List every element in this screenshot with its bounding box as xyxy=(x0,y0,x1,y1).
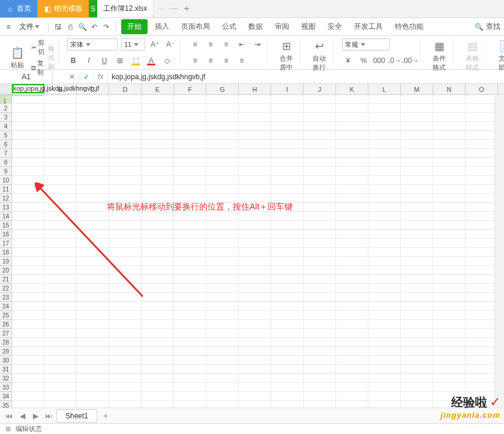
cell[interactable] xyxy=(206,329,239,337)
preview-icon[interactable]: 🔍 xyxy=(77,22,87,32)
cell[interactable] xyxy=(109,392,142,400)
cell[interactable] xyxy=(44,257,77,265)
cell[interactable] xyxy=(174,248,206,256)
cell[interactable] xyxy=(466,194,498,202)
cell[interactable] xyxy=(239,122,271,130)
tab-review[interactable]: 审阅 xyxy=(270,19,294,34)
cell[interactable] xyxy=(174,95,206,103)
cell[interactable] xyxy=(44,104,77,112)
cell[interactable] xyxy=(44,122,77,130)
cell[interactable] xyxy=(77,356,109,364)
cell[interactable] xyxy=(44,311,77,319)
cell[interactable] xyxy=(77,122,109,130)
cell[interactable] xyxy=(239,293,271,301)
cell[interactable] xyxy=(44,194,77,202)
cell[interactable] xyxy=(206,221,239,229)
cell[interactable] xyxy=(271,338,304,346)
cell[interactable] xyxy=(433,167,466,175)
cell[interactable] xyxy=(44,320,77,328)
column-header[interactable]: D xyxy=(109,84,142,94)
cell[interactable] xyxy=(44,95,77,103)
cell[interactable] xyxy=(401,320,433,328)
cell[interactable] xyxy=(206,311,239,319)
cell[interactable] xyxy=(368,311,401,319)
cell[interactable] xyxy=(44,167,77,175)
cell[interactable] xyxy=(206,338,239,346)
redo-icon[interactable]: ↷ xyxy=(101,22,111,32)
row-header[interactable]: 6 xyxy=(0,140,12,149)
cell[interactable] xyxy=(271,275,304,283)
cell[interactable] xyxy=(142,95,174,103)
cell[interactable] xyxy=(271,266,304,274)
cell[interactable] xyxy=(12,383,44,391)
cell[interactable] xyxy=(304,275,336,283)
cell[interactable] xyxy=(142,149,174,157)
cell[interactable] xyxy=(77,239,109,247)
cell[interactable] xyxy=(174,284,206,292)
cell[interactable] xyxy=(206,392,239,400)
cell[interactable] xyxy=(433,356,466,364)
select-all-corner[interactable] xyxy=(0,84,12,94)
cell[interactable] xyxy=(77,95,109,103)
cell[interactable] xyxy=(77,293,109,301)
cell[interactable] xyxy=(12,365,44,373)
cell[interactable] xyxy=(44,203,77,211)
cell[interactable] xyxy=(466,275,498,283)
sheet-nav-next[interactable]: ▶ xyxy=(30,412,41,420)
cell[interactable] xyxy=(239,257,271,265)
spreadsheet-grid[interactable]: ABCDEFGHIJKLMNO 123456789101112131415161… xyxy=(0,84,504,419)
row-header[interactable]: 33 xyxy=(0,383,12,392)
cell[interactable] xyxy=(336,194,368,202)
cell[interactable] xyxy=(12,239,44,247)
cell[interactable] xyxy=(142,320,174,328)
cell[interactable] xyxy=(336,122,368,130)
font-name-select[interactable]: 宋体 xyxy=(67,38,118,50)
cell[interactable] xyxy=(44,293,77,301)
align-left-button[interactable]: ≡ xyxy=(189,55,201,67)
cell[interactable] xyxy=(304,158,336,166)
cell[interactable] xyxy=(401,221,433,229)
row-header[interactable]: 25 xyxy=(0,311,12,320)
cell[interactable] xyxy=(77,302,109,310)
column-header[interactable]: K xyxy=(336,84,368,94)
cell[interactable] xyxy=(271,311,304,319)
cell[interactable] xyxy=(271,293,304,301)
cell[interactable] xyxy=(271,194,304,202)
row-header[interactable]: 28 xyxy=(0,338,12,347)
cell[interactable] xyxy=(12,212,44,220)
cell[interactable] xyxy=(271,356,304,364)
cell[interactable] xyxy=(401,176,433,184)
tab-home[interactable]: ⌂ 首页 xyxy=(0,0,37,17)
cell[interactable] xyxy=(304,185,336,193)
cell[interactable] xyxy=(12,302,44,310)
cell[interactable] xyxy=(304,356,336,364)
cell[interactable] xyxy=(239,158,271,166)
cell[interactable] xyxy=(466,284,498,292)
cell[interactable] xyxy=(12,347,44,355)
cell[interactable] xyxy=(77,230,109,238)
bold-button[interactable]: B xyxy=(67,55,79,67)
cell[interactable] xyxy=(109,365,142,373)
cell[interactable] xyxy=(77,338,109,346)
cell[interactable] xyxy=(239,374,271,382)
cell[interactable] xyxy=(433,212,466,220)
cell[interactable] xyxy=(12,221,44,229)
font-color-button[interactable]: A xyxy=(145,55,157,67)
cell[interactable] xyxy=(304,311,336,319)
row-header[interactable]: 23 xyxy=(0,293,12,302)
cell[interactable] xyxy=(206,347,239,355)
cell[interactable] xyxy=(433,338,466,346)
cell[interactable] xyxy=(12,320,44,328)
increase-font-button[interactable]: A⁺ xyxy=(149,38,161,50)
table-style-button[interactable]: ▤ 表格样式 xyxy=(462,38,482,73)
cell[interactable] xyxy=(368,176,401,184)
undo-icon[interactable]: ↶ xyxy=(89,22,99,32)
cell[interactable] xyxy=(401,275,433,283)
cell[interactable] xyxy=(466,230,498,238)
row-header[interactable]: 11 xyxy=(0,185,12,194)
cell[interactable] xyxy=(12,266,44,274)
cell[interactable] xyxy=(44,212,77,220)
cell[interactable] xyxy=(44,275,77,283)
indent-increase-button[interactable]: ⇥ xyxy=(251,38,263,50)
cell[interactable] xyxy=(271,185,304,193)
